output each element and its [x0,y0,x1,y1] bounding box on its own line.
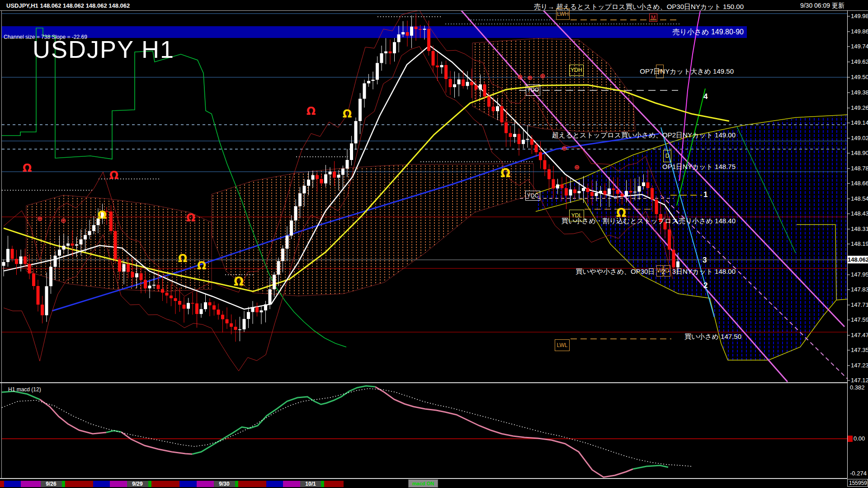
stop-marker-icon: ⊕ [540,72,546,80]
price-tick-label: 147.355 [851,347,868,353]
ichimoku-cloud [536,115,847,361]
price-tick-label: 147.475 [851,332,868,338]
price-tick-label: 147.950 [851,271,868,278]
session-block [151,481,179,487]
trading-chart-window: USDJPY,H1 148.062 148.062 148.062 148.06… [0,0,868,488]
order-annotation: 買いやや小さめ、OP30日・2・3日NYカット 148.00 [576,267,736,276]
price-tick-label: 149.500 [851,74,868,80]
macd-line [375,387,633,477]
chart-canvas[interactable] [0,0,868,488]
price-tick-label: 149.740 [851,43,868,50]
level-marker-box-ydl: YDL [569,210,584,221]
omega-marker-icon: Ω [343,108,352,120]
panel-separator[interactable] [0,382,847,383]
current-price-badge: 148.062 [848,256,868,263]
date-axis-label: 9/29 [132,481,142,487]
macd-signal-line [2,389,692,466]
ichimoku-cloud [212,164,533,296]
stop-marker-icon: ⊕ [574,163,580,171]
price-tick-label: 147.715 [851,301,868,308]
price-tick-label: 148.905 [851,150,868,156]
macd-zero-badge [847,436,853,442]
macd-line [40,399,106,434]
sell-zone-label: 売り小さめ 149.80-90 [563,26,744,38]
symbol-timeframe-label: USDJPY H1 [33,35,175,63]
left-border [1,10,2,479]
price-tick-label: 148.545 [851,195,868,202]
level-marker-box-d: D [664,265,670,277]
session-block [4,481,21,487]
level-marker-box-d: D [663,150,671,162]
price-tick-label: 148.430 [851,210,868,217]
bottom-border [0,478,847,479]
omega-marker-icon: Ω [616,206,626,220]
macd-panel-label: H1 macd (12) [8,386,41,393]
level-marker-box-lwh: LWH [556,8,570,20]
chart-title: USDJPY,H1 148.062 148.062 148.062 148.06… [6,2,130,9]
session-block [0,481,4,487]
level-marker-box-ydc: YDC [525,191,540,201]
session-block [266,481,283,487]
macd-max-label: 0.382 [850,384,865,391]
macd-zero-label: 0.00 [854,435,865,442]
session-block [93,481,110,487]
order-annotation: OP1日NYカット 148.75 [662,162,736,171]
session-block [283,481,300,487]
session-block [238,481,266,487]
price-tick-label: 148.310 [851,225,868,232]
macd-line [121,432,192,454]
level-marker-box-w: W [656,265,663,277]
level-marker-box-m: M [649,14,657,22]
stop-marker-icon: ⊕ [61,216,66,225]
stop-marker-icon: ⊕ [527,74,533,82]
price-tick-label: 147.595 [851,316,868,323]
price-axis-line[interactable] [847,10,848,479]
level-marker-box-lwl: LWL [555,339,570,351]
price-tick-label: 148.190 [851,240,868,247]
omega-marker-icon: Ω [23,162,32,174]
date-axis-label: 9/30 [219,481,229,487]
omega-marker-icon: Ω [109,169,118,182]
session-block [179,481,197,487]
price-tick-label: 149.145 [851,119,868,126]
channel-number-label: 1 [703,190,708,199]
session-block [324,481,344,487]
order-annotation: 買い小さめ・割り込むとストップロス売り小さめ 148.40 [561,216,736,225]
order-annotation: 買い小さめ 147.50 [684,332,741,341]
omega-marker-icon: Ω [186,211,195,224]
price-tick-label: 149.025 [851,135,868,141]
macd-min-label: -0.274 [850,470,867,477]
price-tick-label: 149.380 [851,89,868,96]
date-axis-label: 9/26 [46,481,56,487]
channel-number-label: 2 [703,281,708,290]
stop-marker-icon: ⊕ [37,215,43,223]
date-strip[interactable]: 9/269/299/3010/1 [0,481,868,487]
session-block [21,481,41,487]
session-block [197,481,214,487]
omega-marker-icon: Ω [234,275,244,288]
macd-layer [2,386,847,477]
level-marker-box-ydo: YDO [526,84,540,96]
stop-marker-icon: ⊕ [517,73,523,81]
price-tick-label: 149.860 [851,28,868,35]
omega-marker-icon: Ω [98,209,107,221]
macd-line [106,431,121,432]
price-tick-label: 148.785 [851,165,868,172]
price-tick-label: 147.235 [851,362,868,369]
session-block [62,481,65,487]
level-marker-box-ydh: YDH [569,65,584,76]
macd-line [192,386,375,454]
channel-number-label: 4 [703,92,708,101]
update-timestamp: 9/30 06:09 更新 [800,2,844,10]
session-block [321,481,324,487]
session-block [110,481,127,487]
omega-marker-icon: Ω [178,252,187,265]
order-annotation: OP7日NYカット大きめ 149.50 [640,67,734,76]
date-axis-label: 10/1 [305,481,316,487]
stop-marker-icon: ⊕ [561,144,567,152]
macd-line [633,465,668,469]
omega-marker-icon: Ω [307,105,316,117]
session-block [65,481,93,487]
order-annotation: 超えるとストップロス買い小さめ、OP2日NYカット 149.00 [552,131,736,140]
omega-marker-icon: Ω [500,166,510,180]
